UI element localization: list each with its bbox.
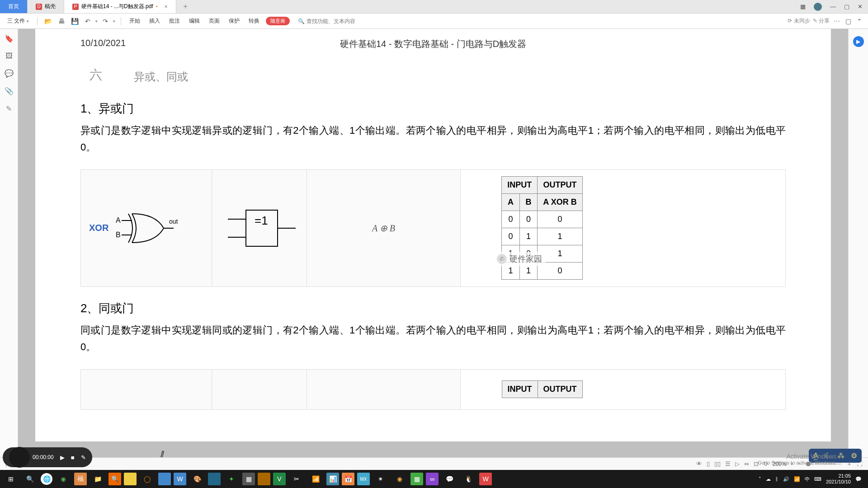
add-tab-button[interactable]: ＋ — [176, 0, 194, 13]
app-icon-11[interactable]: ◉ — [392, 472, 408, 486]
more-icon[interactable]: ⋯ — [832, 18, 841, 25]
mx-icon[interactable]: MX — [357, 473, 370, 485]
search-input[interactable] — [307, 18, 370, 24]
bookmark-icon[interactable]: 🔖 — [5, 34, 14, 43]
close-icon[interactable]: ✕ — [164, 4, 168, 9]
edit-icon[interactable]: ✎ — [81, 454, 86, 461]
stop-icon[interactable]: ■ — [71, 454, 75, 461]
tab-pdf[interactable]: P 硬件基础14 - ...与D触发器.pdf • ✕ — [64, 0, 176, 13]
search-icon[interactable]: 🔍 — [22, 472, 38, 486]
image-icon[interactable]: 🖼 — [5, 52, 13, 60]
tray-chevron-icon[interactable]: ˄ — [759, 476, 761, 482]
edge-icon[interactable]: ◉ — [55, 472, 71, 486]
svg-text:=1: =1 — [255, 214, 268, 227]
volume-icon[interactable]: 🔊 — [783, 476, 789, 482]
save-icon[interactable]: 💾 — [70, 18, 80, 25]
file-menu[interactable]: 三 文件▾ — [5, 17, 32, 25]
layout-double-icon[interactable]: ▯▯ — [714, 460, 721, 467]
sign-icon[interactable]: ✎ — [6, 104, 12, 113]
app-icon-3[interactable]: W — [174, 473, 186, 485]
print-icon[interactable]: 🖶 — [57, 18, 66, 25]
chrome-icon[interactable]: 🌐 — [41, 473, 52, 485]
tab-dirty-indicator: • — [156, 4, 158, 10]
tab-page[interactable]: 页面 — [206, 17, 222, 25]
search-icon[interactable]: 🔍 — [298, 18, 305, 24]
minimize-icon[interactable]: — — [830, 3, 836, 10]
browser-icon[interactable]: ◯ — [139, 472, 156, 486]
collapse-icon[interactable]: ⌃ — [855, 18, 863, 25]
section-number: 六 — [90, 66, 102, 84]
play-icon[interactable]: ▶ — [60, 454, 65, 461]
app-icon-7[interactable] — [258, 473, 270, 485]
vs-icon[interactable]: ∞ — [426, 473, 439, 485]
app-icon-12[interactable]: ▦ — [410, 473, 423, 485]
bluetooth-icon[interactable]: ᛒ — [775, 476, 778, 482]
wechat-icon[interactable]: 💬 — [441, 472, 458, 486]
pdf-icon: P — [72, 4, 79, 10]
pdf-viewer[interactable]: 10/10/2021 硬件基础14 - 数字电路基础 - 门电路与D触发器 六 … — [18, 29, 848, 457]
tab-insert[interactable]: 插入 — [146, 17, 163, 25]
app-icon-13[interactable]: 🐧 — [460, 472, 476, 486]
onedrive-icon[interactable]: ☁ — [766, 476, 771, 482]
open-icon[interactable]: 📂 — [43, 18, 53, 25]
xor-gate-cell: XOR A B out — [81, 170, 212, 286]
layout-continuous-icon[interactable]: ☰ — [725, 460, 731, 467]
start-menu-icon[interactable]: ⊞ — [3, 472, 19, 486]
share-label[interactable]: ✎ 分享 — [813, 17, 830, 25]
lights-icon[interactable]: ⁂ — [837, 451, 844, 460]
tab-start[interactable]: 开始 — [127, 17, 143, 25]
vim-icon[interactable]: V — [273, 473, 286, 485]
app-icon-6[interactable]: ▦ — [242, 473, 255, 485]
grid-icon[interactable]: ▦ — [800, 3, 806, 10]
everything-icon[interactable]: 🔍 — [108, 473, 121, 485]
tab-edit[interactable]: 编辑 — [186, 17, 203, 25]
recorder-handle[interactable] — [9, 447, 30, 468]
undo-icon[interactable]: ↶ — [84, 18, 92, 25]
status-bar: |‹ ‹ 9/12 › ›| ⊟ ⊞ 👁 ▯ ▯▯ ☰ ▷ ⇔ ⊡ ↻ 200%… — [0, 457, 868, 470]
tab-docer[interactable]: D 稿壳 — [28, 0, 64, 13]
divider — [121, 17, 121, 25]
wifi-icon[interactable]: 📶 — [794, 476, 800, 482]
tab-convert[interactable]: 转换 — [246, 17, 262, 25]
notes-icon[interactable] — [124, 473, 137, 485]
app-icon-4[interactable] — [208, 473, 221, 485]
wps-icon[interactable]: W — [479, 473, 492, 485]
tray-clock[interactable]: 21:05 2021/10/10 — [826, 473, 851, 485]
keyboard-icon[interactable]: ⌨ — [814, 476, 821, 482]
main-area: 🔖 🖼 💬 📎 ✎ 10/10/2021 硬件基础14 - 数字电路基础 - 门… — [0, 29, 868, 457]
tab-home[interactable]: 首页 — [0, 0, 28, 13]
subsection-2-text: 同或门是数字逻辑中实现逻辑同或的逻辑门，有2个输入端、1个输出端。若两个输入的电… — [80, 322, 786, 356]
paint-icon[interactable]: 🎨 — [189, 472, 205, 486]
assistant-icon[interactable]: ▶ — [853, 36, 864, 47]
app-icon-10[interactable]: ✴ — [373, 472, 389, 486]
app-icon-5[interactable]: ✦ — [223, 472, 240, 486]
app-icon-8[interactable]: ✂ — [288, 472, 305, 486]
view-mode-icon[interactable]: 👁 — [696, 460, 702, 467]
wifi-app-icon[interactable]: 📶 — [307, 472, 324, 486]
user-avatar[interactable] — [814, 3, 822, 11]
svg-text:A: A — [116, 216, 121, 224]
play-icon[interactable]: ▷ — [735, 460, 740, 467]
redo-icon[interactable]: ↷ — [101, 18, 109, 25]
comment-icon[interactable]: 💬 — [5, 69, 14, 78]
tab-review[interactable]: 批注 — [166, 17, 183, 25]
pdf-page: 10/10/2021 硬件基础14 - 数字电路基础 - 门电路与D触发器 六 … — [35, 29, 831, 441]
gear-icon[interactable]: ⚙ — [851, 451, 857, 460]
app-icon-2[interactable] — [158, 473, 171, 485]
calendar-icon[interactable]: 📅 — [342, 473, 354, 485]
notifications-icon[interactable]: 💬 — [855, 476, 862, 482]
fit-width-icon[interactable]: ⇔ — [744, 460, 749, 467]
app-icon-1[interactable]: 福 — [74, 473, 87, 485]
page-title: 硬件基础14 - 数字电路基础 - 门电路与D触发器 — [340, 38, 526, 50]
tab-suiyi[interactable]: 随意画 — [266, 17, 290, 25]
tab-protect[interactable]: 保护 — [226, 17, 242, 25]
layout-single-icon[interactable]: ▯ — [707, 460, 710, 467]
sync-label[interactable]: ⟳ 未同步 — [788, 17, 810, 25]
maximize-icon[interactable]: ▢ — [844, 3, 849, 10]
explorer-icon[interactable]: 📁 — [90, 472, 106, 486]
ime-icon[interactable]: 中 — [805, 476, 810, 483]
panel-icon[interactable]: ▢ — [844, 18, 853, 25]
close-window-icon[interactable]: ✕ — [858, 3, 863, 10]
attachment-icon[interactable]: 📎 — [5, 87, 14, 95]
app-icon-9[interactable]: 📊 — [326, 473, 339, 485]
